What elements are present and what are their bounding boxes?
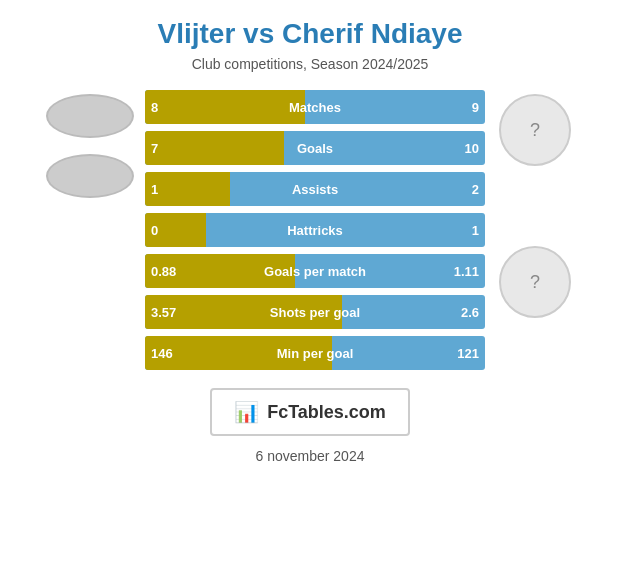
stat-bar-bg: 3.57Shots per goal2.6 bbox=[145, 295, 485, 329]
stat-left-value: 0 bbox=[151, 223, 158, 238]
stat-right-value: 2.6 bbox=[461, 305, 479, 320]
stat-row: 0Hattricks1 bbox=[145, 213, 485, 247]
stat-row: 7Goals10 bbox=[145, 131, 485, 165]
date-label: 6 november 2024 bbox=[256, 448, 365, 464]
watermark-text: FcTables.com bbox=[267, 402, 386, 423]
right-logo-1: ? bbox=[499, 94, 571, 166]
stat-left-value: 146 bbox=[151, 346, 173, 361]
stat-left-fill bbox=[145, 90, 305, 124]
right-logos: ? ? bbox=[485, 90, 585, 318]
stat-row: 3.57Shots per goal2.6 bbox=[145, 295, 485, 329]
stat-label: Matches bbox=[289, 100, 341, 115]
left-logo-1 bbox=[46, 94, 134, 138]
stat-bar-bg: 146Min per goal121 bbox=[145, 336, 485, 370]
stat-label: Hattricks bbox=[287, 223, 343, 238]
page-title: Vlijter vs Cherif Ndiaye bbox=[157, 18, 462, 50]
stat-label: Goals bbox=[297, 141, 333, 156]
stat-label: Shots per goal bbox=[270, 305, 360, 320]
stat-label: Min per goal bbox=[277, 346, 354, 361]
stat-left-value: 7 bbox=[151, 141, 158, 156]
stat-right-value: 1.11 bbox=[454, 264, 479, 279]
right-logo-2: ? bbox=[499, 246, 571, 318]
stat-label: Assists bbox=[292, 182, 338, 197]
stat-row: 1Assists2 bbox=[145, 172, 485, 206]
stat-left-value: 8 bbox=[151, 100, 158, 115]
stat-bar-bg: 0.88Goals per match1.11 bbox=[145, 254, 485, 288]
watermark-box: 📊 FcTables.com bbox=[210, 388, 410, 436]
left-logo-2 bbox=[46, 154, 134, 198]
stat-left-fill bbox=[145, 131, 284, 165]
stat-row: 146Min per goal121 bbox=[145, 336, 485, 370]
watermark-icon: 📊 bbox=[234, 400, 259, 424]
stats-area: 8Matches97Goals101Assists20Hattricks10.8… bbox=[145, 90, 485, 370]
stat-right-value: 2 bbox=[472, 182, 479, 197]
left-logos bbox=[35, 90, 145, 198]
stat-row: 0.88Goals per match1.11 bbox=[145, 254, 485, 288]
stat-bar-bg: 7Goals10 bbox=[145, 131, 485, 165]
stat-bar-bg: 0Hattricks1 bbox=[145, 213, 485, 247]
stat-right-value: 9 bbox=[472, 100, 479, 115]
stat-left-value: 1 bbox=[151, 182, 158, 197]
stat-right-value: 121 bbox=[457, 346, 479, 361]
stat-row: 8Matches9 bbox=[145, 90, 485, 124]
comparison-area: 8Matches97Goals101Assists20Hattricks10.8… bbox=[10, 90, 610, 370]
stat-label: Goals per match bbox=[264, 264, 366, 279]
page-subtitle: Club competitions, Season 2024/2025 bbox=[192, 56, 429, 72]
stat-left-value: 3.57 bbox=[151, 305, 176, 320]
stat-bar-bg: 8Matches9 bbox=[145, 90, 485, 124]
stat-left-value: 0.88 bbox=[151, 264, 176, 279]
main-container: Vlijter vs Cherif Ndiaye Club competitio… bbox=[0, 0, 620, 580]
stat-right-value: 10 bbox=[465, 141, 479, 156]
stat-right-value: 1 bbox=[472, 223, 479, 238]
stat-bar-bg: 1Assists2 bbox=[145, 172, 485, 206]
